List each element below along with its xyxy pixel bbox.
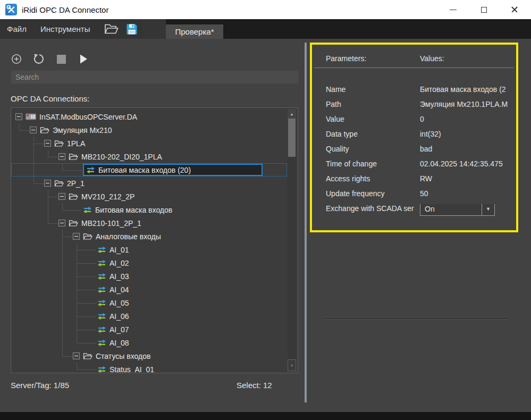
tree-item[interactable]: Аналоговые входы (11, 230, 287, 243)
server-icon (26, 113, 36, 120)
tree-item-label: AI_04 (109, 285, 129, 294)
tree-item[interactable]: AI_01 (11, 243, 287, 256)
tree-item[interactable]: Битовая маска входов (20) (11, 163, 287, 177)
tree-item-label: Битовая маска входов (95, 206, 172, 214)
parameter-row: Qualitybad (326, 145, 512, 159)
tree-item[interactable]: MB210-101_2P_1 (11, 216, 287, 230)
parameter-row: PathЭмуляция Mx210.1PLA.M (326, 100, 512, 115)
panel-splitter[interactable] (305, 43, 307, 402)
tag-icon (97, 286, 106, 293)
tree-item[interactable]: AI_07 (11, 323, 287, 336)
maximize-icon (481, 7, 487, 13)
tree-item-label: Эмуляция Mx210 (53, 126, 112, 135)
tree-caption: OPC DA Connections: (11, 94, 89, 103)
parameter-value: 02.04.2025 14:42:35.475 (420, 159, 512, 168)
window-title: iRidi OPC DA Connector (22, 5, 108, 14)
close-button[interactable] (503, 0, 526, 19)
collapse-expander-icon[interactable] (58, 153, 65, 160)
tree-item[interactable]: Статусы входов (11, 349, 287, 363)
open-project-button[interactable] (104, 23, 119, 35)
parameter-label: Data type (326, 130, 420, 138)
tree-item-label: AI_08 (109, 339, 129, 347)
scroll-down-icon: ▼ (290, 364, 294, 367)
exchange-scada-dropdown[interactable]: On▼ (420, 204, 495, 216)
save-button[interactable] (126, 23, 138, 35)
tree-item[interactable]: MB210-202_DI20_1PLA (11, 150, 287, 163)
tab-unnamed[interactable] (142, 19, 166, 39)
close-icon (511, 6, 518, 13)
folder-icon (83, 233, 92, 240)
tree-item[interactable]: AI_04 (11, 283, 287, 296)
taskbar-strip (0, 412, 531, 420)
titlebar: iRidi OPC DA Connector (0, 0, 531, 19)
parameters-panel: Parameters: Values: NameБитовая маска вх… (310, 43, 518, 232)
tree-item-label: AI_07 (109, 325, 129, 334)
collapse-expander-icon[interactable] (44, 180, 51, 187)
collapse-expander-icon[interactable] (58, 220, 65, 226)
selected-item-box[interactable]: Битовая маска входов (20) (83, 164, 263, 176)
collapse-expander-icon[interactable] (44, 140, 51, 147)
start-button[interactable] (78, 53, 89, 65)
refresh-icon (33, 53, 45, 65)
search-input[interactable] (11, 70, 299, 84)
scrollbar-thumb[interactable] (288, 119, 296, 157)
tree-item[interactable]: MV210_212_2P (11, 190, 287, 203)
menu-file[interactable]: Файл (0, 19, 33, 39)
tree-item[interactable]: AI_02 (11, 256, 287, 270)
tree-item[interactable]: Эмуляция Mx210 (11, 123, 287, 137)
tag-icon (97, 326, 106, 333)
tree-item[interactable]: AI_06 (11, 309, 287, 323)
tree-item[interactable]: AI_03 (11, 270, 287, 283)
parameter-row: Exchange with SCADA serOn▼ (326, 204, 512, 219)
refresh-button[interactable] (33, 53, 45, 65)
parameter-value-cell: On▼ (420, 204, 512, 216)
tree-item[interactable]: 1PLA (11, 137, 287, 150)
tag-icon (97, 273, 106, 280)
minimize-icon (450, 10, 457, 10)
folder-icon (69, 153, 78, 161)
tree-item-label: MB210-202_DI20_1PLA (81, 153, 162, 161)
tree-item-label: MV210_212_2P (81, 192, 134, 201)
tag-icon (97, 259, 106, 267)
add-connection-button[interactable] (11, 53, 22, 65)
parameter-row: Time of change02.04.2025 14:42:35.475 (326, 159, 512, 174)
tree-item-label: Аналоговые входы (96, 232, 161, 241)
minimize-button[interactable] (441, 0, 465, 19)
tree-item-label: InSAT.ModbusOPCServer.DA (39, 113, 137, 121)
tag-icon (97, 339, 106, 347)
tree-item[interactable]: Битовая маска входов (11, 203, 287, 216)
parameter-row: Update frequency50 (326, 189, 512, 204)
tab-proverka[interactable]: Проверка* (166, 24, 223, 39)
parameter-label: Quality (326, 145, 420, 153)
dropdown-arrow-icon[interactable]: ▼ (482, 204, 494, 215)
stop-button[interactable] (55, 53, 67, 65)
menu-tools[interactable]: Инструменты (33, 19, 97, 39)
collapse-expander-icon[interactable] (58, 193, 65, 200)
tree-item[interactable]: Status_AI_01 (11, 363, 287, 373)
tree-item[interactable]: AI_05 (11, 296, 287, 309)
status-server-tag: Server/Tag: 1/85 (11, 381, 69, 390)
parameter-row: Access rightsRW (326, 174, 512, 189)
tree-item-label: AI_06 (109, 312, 129, 321)
scroll-up-button[interactable]: ▲ (288, 109, 296, 119)
collapse-expander-icon[interactable] (73, 233, 80, 240)
tree-item-label: AI_03 (109, 272, 129, 281)
collapse-expander-icon[interactable] (15, 113, 22, 120)
tag-icon (97, 246, 106, 254)
parameter-value: Эмуляция Mx210.1PLA.M (420, 100, 512, 108)
tree-item-label: Статусы входов (96, 352, 150, 360)
collapse-expander-icon[interactable] (73, 352, 80, 359)
add-circle-icon (11, 53, 22, 65)
parameter-value: int(32) (420, 130, 512, 138)
parameter-label: Path (326, 100, 420, 108)
tree-item[interactable]: 2P_1 (11, 177, 287, 190)
parameter-row: Data typeint(32) (326, 130, 512, 145)
tree-toolbar (11, 52, 89, 66)
tree-item[interactable]: AI_08 (11, 336, 287, 349)
tree-scrollbar[interactable]: ▲ (288, 109, 296, 359)
collapse-expander-icon[interactable] (30, 127, 37, 133)
maximize-button[interactable] (472, 0, 495, 19)
parameter-value: Битовая маска входов (2 (420, 85, 512, 94)
scroll-down-button[interactable]: ▼ (288, 359, 296, 371)
tree-item[interactable]: InSAT.ModbusOPCServer.DA (11, 110, 287, 123)
